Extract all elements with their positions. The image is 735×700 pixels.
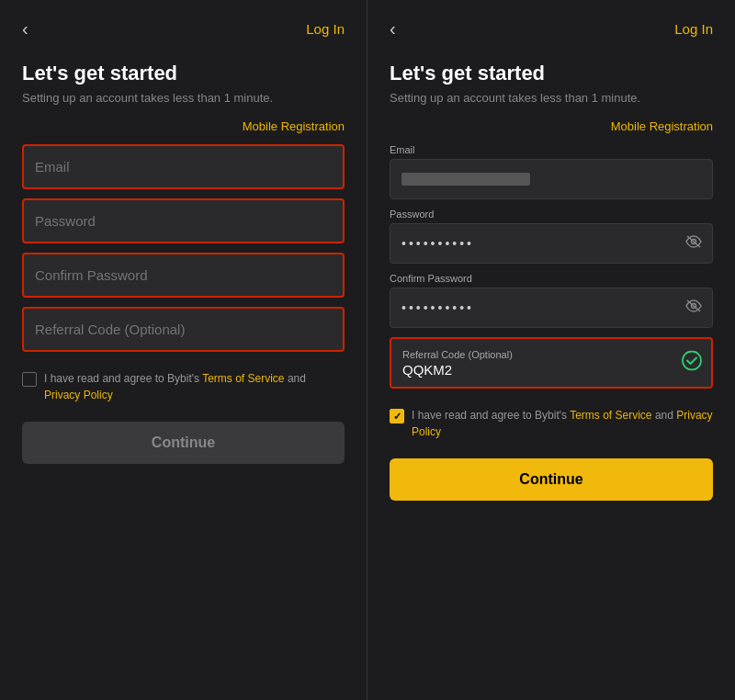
right-email-field-group: Email [390,144,713,199]
right-password-dots: •••••••••• [401,236,474,251]
checkmark-icon: ✓ [393,411,401,423]
svg-point-4 [683,352,701,370]
right-confirm-password-field-group: Confirm Password •••••••••• [390,273,713,328]
left-referral-field-group [22,307,345,352]
right-confirm-password-wrapper: •••••••••• [390,288,713,328]
right-referral-display[interactable]: Referral Code (Optional) QQKM2 [390,337,713,389]
left-mobile-reg[interactable]: Mobile Registration [22,119,345,133]
left-terms-row: I have read and agree to Bybit's Terms o… [22,370,345,403]
left-panel: ‹ Log In Let's get started Setting up an… [0,0,368,700]
left-terms-text: I have read and agree to Bybit's Terms o… [44,370,345,403]
right-continue-button[interactable]: Continue [390,458,713,501]
right-subtitle: Setting up an account takes less than 1 … [390,91,713,105]
right-mobile-reg[interactable]: Mobile Registration [390,119,713,133]
right-password-label: Password [390,209,713,220]
right-confirm-password-eye-icon[interactable] [685,299,702,316]
right-terms-checkbox[interactable]: ✓ [390,409,404,423]
left-confirm-password-input[interactable] [22,253,345,298]
right-email-label: Email [390,144,713,155]
left-confirm-password-field-group [22,253,345,298]
left-login-link[interactable]: Log In [306,21,345,37]
left-back-button[interactable]: ‹ [22,18,28,40]
right-referral-label: Referral Code (Optional) [402,349,674,360]
right-panel: ‹ Log In Let's get started Setting up an… [368,0,735,700]
right-password-display[interactable]: •••••••••• [390,223,713,264]
right-referral-wrapper: Referral Code (Optional) QQKM2 [390,337,713,389]
right-confirm-password-display[interactable]: •••••••••• [390,288,713,328]
left-email-wrapper [22,144,345,189]
left-confirm-password-wrapper [22,253,345,298]
left-email-input[interactable] [22,144,345,189]
right-confirm-password-label: Confirm Password [390,273,713,284]
left-title: Let's get started [22,62,345,85]
left-referral-input[interactable] [22,307,345,352]
right-referral-value: QQKM2 [402,362,674,378]
right-referral-check-icon [682,351,702,376]
right-terms-row: ✓ I have read and agree to Bybit's Terms… [390,407,713,440]
left-referral-wrapper [22,307,345,352]
left-terms-service-link[interactable]: Terms of Service [202,372,284,385]
right-email-wrapper [390,159,713,199]
left-subtitle: Setting up an account takes less than 1 … [22,91,345,105]
left-top-nav: ‹ Log In [22,18,345,40]
left-continue-button[interactable]: Continue [22,422,345,464]
right-title: Let's get started [390,62,713,85]
right-terms-service-link[interactable]: Terms of Service [570,409,651,422]
right-back-button[interactable]: ‹ [390,18,396,40]
right-login-link[interactable]: Log In [674,21,713,37]
right-top-nav: ‹ Log In [390,18,713,40]
left-password-input[interactable] [22,198,345,243]
left-password-field-group [22,198,345,243]
right-password-wrapper: •••••••••• [390,223,713,264]
left-password-wrapper [22,198,345,243]
left-terms-checkbox[interactable] [22,372,37,387]
left-email-field-group [22,144,345,189]
email-masked-value [401,173,530,186]
right-password-field-group: Password •••••••••• [390,209,713,264]
right-referral-field-group: Referral Code (Optional) QQKM2 [390,337,713,389]
right-confirm-password-dots: •••••••••• [401,300,474,315]
right-password-eye-icon[interactable] [685,235,702,252]
right-email-display[interactable] [390,159,713,199]
left-privacy-link[interactable]: Privacy Policy [44,389,113,401]
right-terms-text: I have read and agree to Bybit's Terms o… [412,407,713,440]
